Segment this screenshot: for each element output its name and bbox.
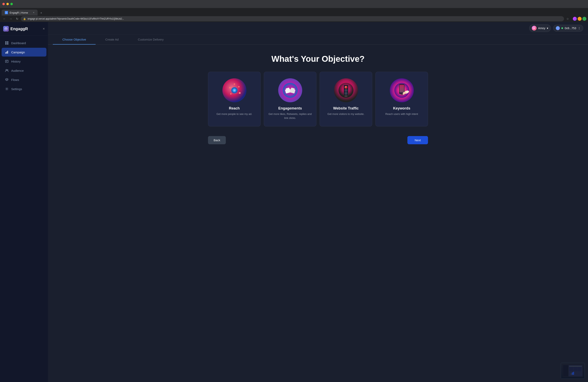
logo: EngaggR	[3, 26, 28, 32]
svg-point-38	[344, 86, 347, 89]
sidebar-label-dashboard: Dashboard	[11, 41, 26, 45]
card-title-website-traffic: Website Traffic	[333, 106, 359, 111]
browser-chrome: E EngagR | Home × + ← → ↻ 🔒 engagr-pi.ve…	[0, 0, 588, 22]
sidebar-item-audience[interactable]: Audience	[1, 66, 46, 75]
url-text: engagr-pi.vercel.app/admin?dynamicOauthC…	[28, 17, 124, 20]
tab-customize-delivery[interactable]: Customize Delivery	[128, 35, 173, 44]
svg-rect-2	[7, 41, 8, 43]
tab-favicon: E	[5, 11, 8, 14]
bookmark-button[interactable]: ☆	[565, 16, 570, 21]
svg-point-11	[6, 69, 7, 71]
svg-point-0	[5, 28, 7, 30]
back-nav-button[interactable]: ←	[1, 16, 7, 21]
card-title-keywords: Keywords	[393, 106, 410, 111]
user-name: Amoy	[538, 27, 546, 30]
sidebar: EngaggR × Dashboard	[0, 22, 48, 382]
objective-content: What's Your Objective?	[48, 45, 588, 382]
logo-text: EngaggR	[10, 27, 28, 31]
sidebar-nav: Dashboard Campaign	[0, 36, 48, 96]
grid-icon	[5, 41, 9, 45]
user-menu[interactable]: A Amoy ▾	[529, 24, 551, 32]
extension-icon-2[interactable]	[578, 17, 582, 21]
sidebar-header: EngaggR ×	[0, 22, 48, 36]
svg-rect-5	[5, 52, 6, 54]
sidebar-item-history[interactable]: History	[1, 57, 46, 66]
history-icon	[5, 59, 9, 63]
card-website-traffic[interactable]: Website Traffic Get more visitors to my …	[320, 72, 372, 126]
tab-bar: E EngagR | Home × +	[0, 8, 588, 16]
tab-choose-objective[interactable]: Choose Objective	[53, 35, 96, 44]
sidebar-label-audience: Audience	[11, 69, 24, 72]
card-desc-website-traffic: Get more visitors to my website.	[327, 112, 364, 116]
website-traffic-image	[334, 78, 358, 102]
corner-thumbnail	[561, 363, 585, 379]
svg-rect-59	[572, 372, 573, 375]
svg-rect-47	[400, 94, 403, 95]
svg-rect-42	[344, 96, 348, 97]
wallet-address: 0x9...753	[565, 27, 576, 30]
svg-point-50	[403, 93, 404, 95]
chevron-down-icon: ▾	[547, 27, 548, 30]
card-title-reach: Reach	[229, 106, 240, 111]
back-button[interactable]: Back	[208, 136, 226, 144]
header-right: A Amoy ▾ 0x9...753 ⋮	[529, 24, 583, 32]
tab-close[interactable]: ×	[33, 11, 34, 14]
sidebar-item-settings[interactable]: Settings	[1, 84, 46, 93]
tab-create-ad[interactable]: Create Ad	[96, 35, 128, 44]
sidebar-item-campaign[interactable]: Campaign	[1, 48, 46, 57]
maximize-dot[interactable]	[10, 3, 13, 5]
engagements-image	[278, 78, 302, 102]
reach-image	[222, 78, 246, 102]
sidebar-label-history: History	[11, 60, 21, 63]
svg-point-40	[344, 92, 347, 95]
card-engagements[interactable]: Engagements Get more likes, Retweets, re…	[264, 72, 316, 126]
sidebar-label-settings: Settings	[11, 87, 22, 91]
svg-rect-57	[578, 367, 581, 371]
close-dot[interactable]	[2, 3, 5, 5]
layers-icon	[5, 78, 9, 82]
sidebar-item-dashboard[interactable]: Dashboard	[1, 38, 46, 47]
active-tab[interactable]: E EngagR | Home ×	[1, 10, 38, 16]
svg-point-17	[234, 90, 235, 91]
next-button[interactable]: Next	[407, 136, 428, 144]
refresh-button[interactable]: ↻	[14, 16, 20, 21]
users-icon	[5, 69, 9, 73]
svg-point-39	[344, 89, 347, 92]
svg-rect-58	[571, 373, 572, 375]
svg-rect-1	[5, 41, 7, 43]
wallet-status-dot	[561, 27, 563, 29]
extension-icon-3[interactable]	[582, 17, 587, 21]
card-title-engagements: Engagements	[278, 106, 302, 111]
card-desc-engagements: Get more likes, Retweets, replies and li…	[268, 112, 312, 120]
sidebar-label-campaign: Campaign	[11, 51, 25, 54]
svg-rect-6	[6, 52, 7, 54]
sidebar-item-flows[interactable]: Flows	[1, 75, 46, 84]
address-bar[interactable]: 🔒 engagr-pi.vercel.app/admin?dynamicOaut…	[21, 16, 564, 21]
app-header: A Amoy ▾ 0x9...753 ⋮	[48, 22, 588, 35]
app-layout: EngaggR × Dashboard	[0, 22, 588, 382]
svg-rect-60	[573, 372, 574, 375]
sidebar-close-button[interactable]: ×	[42, 27, 45, 31]
card-desc-reach: Get more people to see my ad.	[216, 112, 252, 116]
objective-cards: Reach Get more people to see my ad.	[208, 72, 428, 126]
svg-rect-4	[7, 43, 8, 45]
svg-rect-55	[569, 367, 573, 371]
logo-icon	[3, 26, 9, 32]
extension-icon-1[interactable]	[573, 17, 577, 21]
card-keywords[interactable]: Keywords Reach users with high intent	[375, 72, 428, 126]
wallet-info: 0x9...753 ⋮	[553, 25, 583, 32]
svg-rect-7	[7, 51, 8, 54]
address-bar-row: ← → ↻ 🔒 engagr-pi.vercel.app/admin?dynam…	[0, 16, 588, 22]
forward-nav-button[interactable]: →	[8, 16, 14, 21]
svg-point-12	[7, 70, 8, 71]
svg-rect-41	[345, 95, 347, 96]
card-reach[interactable]: Reach Get more people to see my ad.	[208, 72, 261, 126]
svg-rect-52	[563, 365, 568, 376]
new-tab-button[interactable]: +	[38, 10, 44, 16]
svg-rect-54	[569, 366, 582, 367]
minimize-dot[interactable]	[6, 3, 9, 5]
sidebar-label-flows: Flows	[11, 78, 19, 81]
svg-rect-56	[574, 367, 578, 371]
card-desc-keywords: Reach users with high intent	[385, 112, 418, 116]
svg-rect-3	[5, 43, 7, 45]
